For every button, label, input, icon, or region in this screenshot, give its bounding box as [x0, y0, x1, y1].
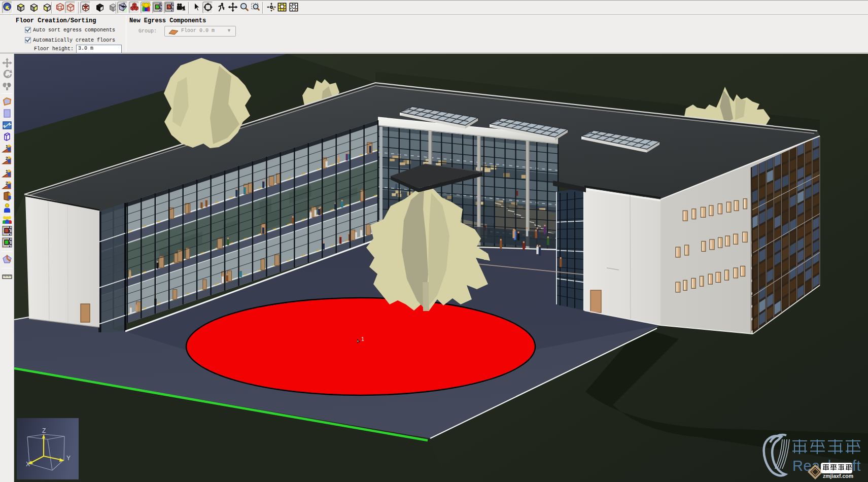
svg-text:2: 2	[6, 181, 8, 186]
svg-text:1: 1	[361, 336, 364, 342]
svg-text:Y: Y	[66, 455, 71, 462]
svg-text:X: X	[26, 461, 30, 468]
svg-text:1: 1	[6, 144, 8, 149]
svg-text:1: 1	[6, 169, 8, 174]
svg-text:2: 2	[6, 156, 8, 161]
svg-text:zmjiaxf.com: zmjiaxf.com	[823, 473, 853, 479]
svg-text:Z: Z	[42, 427, 46, 434]
